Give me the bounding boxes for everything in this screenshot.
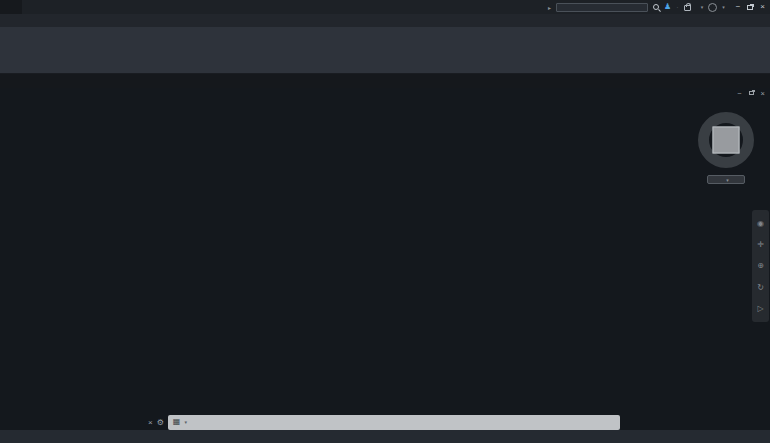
title-bar: ▸ ♟ · ▾ ▾ − × <box>0 0 770 14</box>
drawing-close-button[interactable]: × <box>761 90 765 97</box>
window-controls: − × <box>736 3 765 11</box>
file-tab-bar <box>0 74 770 88</box>
show-motion-icon[interactable]: ▷ <box>757 304 763 313</box>
viewcube[interactable]: ▾ <box>695 112 757 184</box>
viewcube-compass-ring[interactable] <box>698 112 754 168</box>
drawing-minimize-button[interactable]: − <box>737 90 741 97</box>
navigation-wheel-icon[interactable]: ◉ <box>757 219 764 228</box>
close-button[interactable]: × <box>760 3 765 11</box>
restore-button[interactable] <box>747 5 753 10</box>
title-bar-right: ▸ ♟ · ▾ ▾ − × <box>548 0 768 14</box>
pan-icon[interactable]: ✛ <box>757 240 764 249</box>
zoom-icon[interactable]: ⊕ <box>757 261 764 270</box>
orbit-icon[interactable]: ↻ <box>757 283 764 292</box>
account-dropdown-icon[interactable]: ▾ <box>701 4 704 10</box>
command-line-customize-icon[interactable]: ⚙ <box>157 418 164 427</box>
drawing-restore-button[interactable] <box>749 91 754 95</box>
wcs-dropdown-icon: ▾ <box>726 177 729 183</box>
help-icon[interactable] <box>708 3 717 12</box>
command-line[interactable]: ▦ ▾ <box>168 415 620 430</box>
app-store-icon[interactable] <box>684 5 691 11</box>
command-dropdown-icon[interactable]: ▾ <box>184 419 187 425</box>
drawing-canvas[interactable] <box>0 88 770 430</box>
ribbon-tab-bar <box>0 14 770 27</box>
sign-in-icon[interactable]: ♟ <box>664 3 671 11</box>
help-dropdown-icon[interactable]: ▾ <box>722 4 725 10</box>
command-line-dock: × ⚙ ▦ ▾ <box>148 414 620 430</box>
command-line-close-icon[interactable]: × <box>148 418 153 427</box>
autocad-logo-icon[interactable] <box>0 0 22 14</box>
drawing-area: − × ▾ ◉ ✛ ⊕ ↻ ▷ × ⚙ <box>0 88 770 430</box>
status-bar <box>0 430 770 443</box>
navigation-bar: ◉ ✛ ⊕ ↻ ▷ <box>752 210 769 322</box>
collapse-search-icon[interactable]: ▸ <box>548 4 551 11</box>
search-input[interactable] <box>556 3 648 12</box>
minimize-button[interactable]: − <box>736 3 741 11</box>
wcs-dropdown[interactable]: ▾ <box>707 175 745 184</box>
command-recent-icon[interactable]: ▦ <box>173 418 181 426</box>
search-icon[interactable] <box>653 4 659 10</box>
separator-dot: · <box>676 4 678 11</box>
drawing-window-controls: − × <box>737 88 765 98</box>
autocad-window: ▸ ♟ · ▾ ▾ − × − × <box>0 0 770 443</box>
viewcube-top-face[interactable] <box>713 127 740 154</box>
ribbon <box>0 27 770 74</box>
